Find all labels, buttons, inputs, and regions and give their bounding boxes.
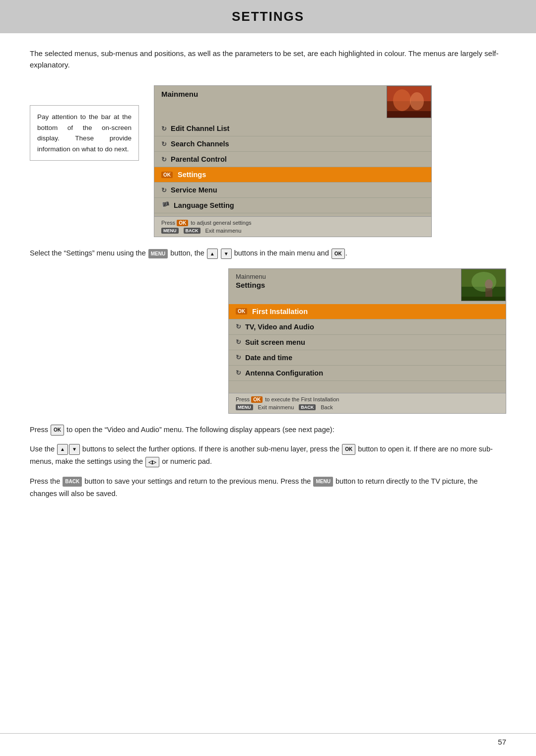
down-btn-3: ▼ <box>69 444 80 455</box>
settings-menu-items: OK First Installation ↻ TV, Video and Au… <box>229 301 506 384</box>
settings-menu-sub-header: Settings <box>236 281 266 289</box>
menu-item-label: Antenna Configuration <box>245 369 323 377</box>
menu-item-language-setting[interactable]: 🏴 Language Setting <box>154 198 431 213</box>
settings-menu-footer: Press OK to execute the First Installati… <box>229 393 506 413</box>
back-text: Back <box>321 404 333 410</box>
back-btn-inline: BACK <box>63 477 82 487</box>
exit-text: Exit mainmenu <box>205 228 242 234</box>
ok-button-inline: OK <box>332 249 345 259</box>
menu-item-label: Service Menu <box>171 186 217 194</box>
menu-item-service-menu[interactable]: ↻ Service Menu <box>154 183 431 198</box>
menu-item-parental-control[interactable]: ↻ Parental Control <box>154 152 431 167</box>
arrow-icon: ↻ <box>161 140 167 148</box>
instruction-4: Press the BACK button to save your setti… <box>30 475 506 501</box>
menu-item-settings[interactable]: OK Settings <box>154 167 431 183</box>
menu-item-date-time[interactable]: ↻ Date and time <box>229 350 506 366</box>
menu-item-tv-video-audio[interactable]: ↻ TV, Video and Audio <box>229 319 506 335</box>
arrow-icon: ↻ <box>236 323 241 330</box>
svg-point-2 <box>393 89 411 111</box>
menu-item-edit-channel-list[interactable]: ↻ Edit Channel List <box>154 121 431 136</box>
page-number: 57 <box>498 738 506 746</box>
menu-thumbnail-2 <box>461 269 506 301</box>
svg-rect-9 <box>485 288 492 297</box>
footer-adjust-text: to adjust general settings <box>191 220 251 226</box>
page-title: SETTINGS <box>232 9 304 24</box>
sidebar-note-text: Pay attention to the bar at the bottom o… <box>37 113 132 153</box>
page-container: SETTINGS The selected menus, sub-menus a… <box>0 0 536 756</box>
exit-mainmenu-text: Exit mainmenu <box>258 404 294 410</box>
instruction-1: Select the “Settings” menu using the MEN… <box>30 247 506 259</box>
settings-menu-panel: Mainmenu Settings <box>228 268 506 414</box>
menu-item-search-channels[interactable]: ↻ Search Channels <box>154 136 431 152</box>
main-menu-footer: Press OK to adjust general settings MENU… <box>154 216 431 237</box>
back-btn: BACK <box>184 228 201 234</box>
svg-point-3 <box>410 92 424 110</box>
menu-item-label: TV, Video and Audio <box>245 323 314 331</box>
down-button-inline: ▼ <box>221 249 232 259</box>
main-menu-items: ↻ Edit Channel List ↻ Search Channels ↻ … <box>154 118 431 216</box>
intro-text: The selected menus, sub-menus and positi… <box>30 48 501 70</box>
svg-rect-4 <box>387 111 431 118</box>
menu-spacer <box>229 384 506 393</box>
menu-item-suit-screen[interactable]: ↻ Suit screen menu <box>229 335 506 350</box>
footer-line-2: MENU BACK Exit mainmenu <box>161 228 424 234</box>
svg-rect-10 <box>462 297 506 301</box>
settings-menu-header-left: Mainmenu Settings <box>229 269 273 301</box>
menu-item-first-installation[interactable]: OK First Installation <box>229 304 506 319</box>
section-row-2: Mainmenu Settings <box>30 268 506 414</box>
menu-btn-2: MENU <box>236 404 253 410</box>
up-btn-3: ▲ <box>57 444 68 455</box>
svg-point-7 <box>471 272 496 292</box>
menu-item-label: Parental Control <box>171 155 227 163</box>
settings-footer-line-1: Press OK to execute the First Installati… <box>236 396 499 403</box>
menu-item-label: Language Setting <box>174 201 234 209</box>
main-menu-header: Mainmenu <box>161 90 198 98</box>
menu-item-label: Edit Channel List <box>171 125 229 132</box>
ok-badge-installation: OK <box>236 308 247 315</box>
arrow-icon: ↻ <box>161 187 167 194</box>
arrow-icon: ↻ <box>161 125 167 132</box>
section-row-1: Pay attention to the bar at the bottom o… <box>30 85 506 237</box>
menu-item-label: Date and time <box>245 354 292 362</box>
up-button-inline: ▲ <box>207 249 218 259</box>
page-number-bar: 57 <box>0 733 536 746</box>
back-btn-2: BACK <box>299 404 316 410</box>
menu-item-label: Search Channels <box>171 140 229 148</box>
settings-footer-text: to execute the First Installation <box>265 396 339 402</box>
menu-button-inline: MENU <box>148 249 168 258</box>
footer-line-1: Press OK to adjust general settings <box>161 220 424 226</box>
menu-item-label: Suit screen menu <box>245 338 305 346</box>
arrow-icon: ↻ <box>236 338 241 346</box>
arrow-icon: ↻ <box>236 369 241 377</box>
lr-btn: ◁▷ <box>145 457 159 468</box>
ok-badge: OK <box>161 172 173 178</box>
sidebar-note: Pay attention to the bar at the bottom o… <box>30 105 139 161</box>
menu-header-row: Mainmenu <box>154 86 431 118</box>
arrow-icon: ↻ <box>236 354 241 361</box>
settings-menu-header-row: Mainmenu Settings <box>229 269 506 301</box>
settings-menu-mainmenu-label: Mainmenu <box>236 273 266 280</box>
menu-btn: MENU <box>161 228 179 234</box>
instruction-2: Press OK to open the “Video and Audio” m… <box>30 424 506 436</box>
menu-item-antenna-config[interactable]: ↻ Antenna Configuration <box>229 366 506 381</box>
title-bar: SETTINGS <box>0 0 536 33</box>
ok-btn-3: OK <box>342 444 355 455</box>
svg-point-8 <box>485 279 493 289</box>
settings-footer-line-2: MENU Exit mainmenu BACK Back <box>236 404 499 410</box>
menu-item-label: Settings <box>178 171 206 179</box>
arrow-icon: ↻ <box>161 156 167 163</box>
flag-icon: 🏴 <box>161 201 170 209</box>
menu-btn-inline: MENU <box>313 477 333 487</box>
menu-header-left: Mainmenu <box>154 86 205 118</box>
menu-item-label: First Installation <box>252 308 308 315</box>
menu-thumbnail-1 <box>387 86 431 118</box>
main-menu-panel: Mainmenu ↻ Edit Channe <box>154 85 432 237</box>
ok-badge-footer-2: OK <box>251 396 263 403</box>
ok-badge-footer: OK <box>177 220 188 226</box>
instruction-3: Use the ▲▼ buttons to select the further… <box>30 443 506 468</box>
ok-btn-2: OK <box>51 425 64 436</box>
